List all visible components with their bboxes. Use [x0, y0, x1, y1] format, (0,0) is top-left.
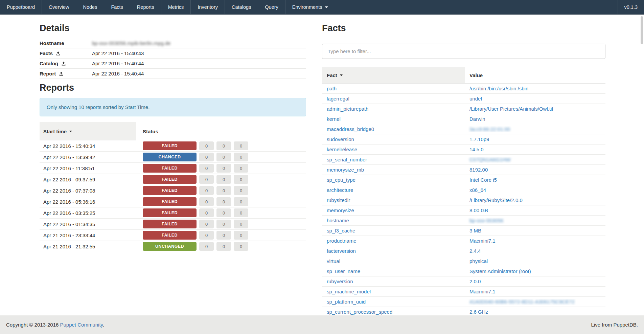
details-row: FactsApr 22 2016 - 15:40:43 [40, 48, 306, 59]
fact-row: facterversion2.4.4 [322, 246, 605, 256]
upload-icon[interactable] [56, 51, 61, 56]
fact-name-link[interactable]: sp_machine_model [322, 289, 465, 294]
navbar-item-catalogs[interactable]: Catalogs [225, 0, 258, 14]
fact-value-link[interactable]: /Library/User Pictures/Animals/Owl.tif [469, 106, 553, 112]
fact-value-link[interactable]: C07QN1A6G1HW [469, 157, 511, 162]
fact-value-link[interactable]: /Library/Ruby/Site/2.0.0 [469, 197, 523, 203]
report-status-badge[interactable]: UNCHANGED [143, 242, 197, 251]
value-column-header[interactable]: Value [465, 72, 483, 78]
navbar-item-reports[interactable]: Reports [130, 0, 161, 14]
upload-icon[interactable] [61, 61, 66, 66]
fact-value-link[interactable]: Intel Core i5 [469, 177, 497, 183]
fact-name-link[interactable]: kernelrelease [322, 147, 465, 152]
report-count-badge: 0 [199, 175, 214, 184]
navbar-item-nodes[interactable]: Nodes [76, 0, 104, 14]
fact-value-link[interactable]: /usr/bin:/bin:/usr/sbin:/sbin [469, 86, 528, 91]
fact-value-link[interactable]: Macmini7,1 [469, 289, 496, 294]
details-reports-column: Details Hostnamebp-osx-003056.mpib-berli… [40, 15, 306, 252]
fact-value-link[interactable]: bp-osx-003056 [469, 218, 503, 223]
fact-name-link[interactable]: sp_l3_cache [322, 228, 465, 233]
report-status-badge[interactable]: CHANGED [143, 153, 197, 161]
report-start-time: Apr 22 2016 - 03:35:25 [40, 210, 136, 216]
fact-value-link[interactable]: Darwin [469, 116, 485, 122]
navbar-item-overview[interactable]: Overview [42, 0, 76, 14]
fact-name-link[interactable]: rubysitedir [322, 197, 465, 203]
fact-row: sp_serial_numberC07QN1A6G1HW [322, 155, 605, 165]
fact-value-cell: System Administrator (root) [465, 268, 605, 274]
report-count-badge: 0 [199, 231, 214, 240]
fact-value-cell: bp-osx-003056 [465, 218, 605, 224]
report-row: Apr 22 2016 - 11:38:51FAILED000 [40, 163, 306, 174]
fact-column-header[interactable]: Fact [322, 67, 465, 83]
fact-value-link[interactable]: 3a:c9:86:22:01:00 [469, 126, 510, 132]
fact-name-link[interactable]: hostname [322, 218, 465, 223]
fact-value-link[interactable]: undef [469, 96, 482, 102]
fact-name-link[interactable]: sudoversion [322, 136, 465, 142]
fact-value-link[interactable]: 2.0.0 [469, 279, 481, 284]
status-column-header[interactable]: Status [136, 129, 158, 134]
upload-icon[interactable] [59, 71, 64, 76]
fact-value-link[interactable]: 41A0D040-60B6-5572-8D11-A306175C9CE72 [469, 299, 575, 305]
report-count-badge: 0 [234, 175, 248, 184]
fact-row: lagerregalundef [322, 94, 605, 104]
fact-value-link[interactable]: 8.00 GB [469, 207, 488, 213]
fact-name-link[interactable]: sp_cpu_type [322, 177, 465, 183]
fact-name-link[interactable]: facterversion [322, 248, 465, 254]
navbar-item-environments[interactable]: Environments [285, 0, 336, 14]
fact-value-link[interactable]: 2.6 GHz [469, 309, 488, 315]
fact-value-link[interactable]: Macmini7,1 [469, 238, 496, 244]
report-status-badge[interactable]: FAILED [143, 175, 197, 184]
fact-name-link[interactable]: memorysize_mb [322, 167, 465, 173]
fact-name-link[interactable]: rubyversion [322, 279, 465, 284]
report-status-badge[interactable]: FAILED [143, 141, 197, 150]
fact-name-link[interactable]: memorysize [322, 207, 465, 213]
fact-row: sp_machine_modelMacmini7,1 [322, 287, 605, 297]
fact-value-link[interactable]: x86_64 [469, 187, 486, 193]
navbar-item-metrics[interactable]: Metrics [161, 0, 191, 14]
fact-name-link[interactable]: sp_current_processor_speed [322, 309, 465, 315]
fact-name-link[interactable]: kernel [322, 116, 465, 122]
report-status-badge[interactable]: FAILED [143, 186, 197, 195]
facts-filter-input[interactable] [322, 44, 605, 59]
report-status-badge[interactable]: FAILED [143, 197, 197, 206]
fact-value-link[interactable]: System Administrator (root) [469, 268, 531, 274]
fact-name-link[interactable]: productname [322, 238, 465, 244]
puppet-community-link[interactable]: Puppet Community [60, 322, 103, 328]
fact-value-link[interactable]: 8192.00 [469, 167, 488, 173]
fact-value-link[interactable]: 2.4.4 [469, 248, 481, 254]
facts-table: Fact Value path/usr/bin:/bin:/usr/sbin:/… [322, 67, 605, 317]
fact-value-cell: 8192.00 [465, 167, 605, 173]
fact-value-link[interactable]: 14.5.0 [469, 147, 484, 152]
fact-value-cell: 2.0.0 [465, 279, 605, 285]
fact-name-link[interactable]: sp_serial_number [322, 157, 465, 162]
fact-name-link[interactable]: architecture [322, 187, 465, 193]
fact-name-link[interactable]: macaddress_bridge0 [322, 126, 465, 132]
report-start-time: Apr 22 2016 - 01:34:35 [40, 221, 136, 227]
report-count-badge: 0 [234, 220, 248, 228]
fact-name-link[interactable]: virtual [322, 258, 465, 264]
fact-name-link[interactable]: sp_user_name [322, 268, 465, 274]
fact-row: admin_picturepath/Library/User Pictures/… [322, 104, 605, 114]
fact-value-link[interactable]: 1.7.10p9 [469, 136, 489, 142]
navbar-item-facts[interactable]: Facts [104, 0, 130, 14]
fact-value-link[interactable]: physical [469, 258, 488, 264]
details-value-text: Apr 22 2016 - 15:40:44 [92, 71, 144, 76]
fact-name-link[interactable]: path [322, 86, 465, 91]
navbar-brand[interactable]: Puppetboard [0, 0, 42, 14]
start-time-column-header[interactable]: Start time [40, 122, 136, 140]
report-start-time: Apr 21 2016 - 21:32:55 [40, 244, 136, 249]
reports-table-body: Apr 22 2016 - 15:40:34FAILED000Apr 22 20… [40, 140, 306, 252]
details-label: Catalog [40, 61, 92, 66]
fact-name-link[interactable]: sp_platform_uuid [322, 299, 465, 305]
fact-value-link[interactable]: 3 MB [469, 228, 481, 233]
navbar-item-inventory[interactable]: Inventory [191, 0, 225, 14]
report-status-badge[interactable]: FAILED [143, 220, 197, 228]
report-status-badge[interactable]: FAILED [143, 231, 197, 240]
report-status-badge[interactable]: FAILED [143, 208, 197, 217]
report-status-badge[interactable]: FAILED [143, 164, 197, 173]
scrollbar-thumb[interactable] [641, 16, 643, 44]
navbar-item-query[interactable]: Query [258, 0, 285, 14]
fact-name-link[interactable]: lagerregal [322, 96, 465, 102]
fact-name-link[interactable]: admin_picturepath [322, 106, 465, 112]
fact-row: kernelrelease14.5.0 [322, 144, 605, 155]
